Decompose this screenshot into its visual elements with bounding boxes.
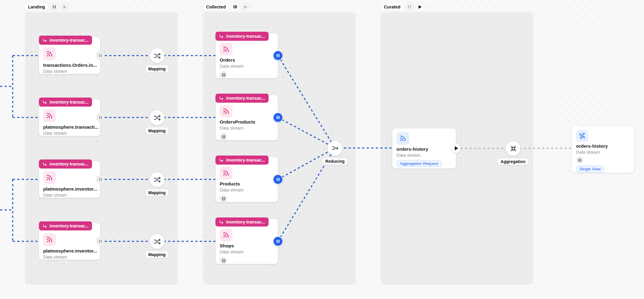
- merge-icon: [331, 144, 339, 152]
- card-title: platmosphere.transacti...: [43, 124, 96, 130]
- stream-card-ordersproducts[interactable]: inventory-transac... OrdersProducts Data…: [215, 95, 278, 140]
- pipeline-in-icon: [219, 158, 224, 162]
- stream-card-transactions-orders[interactable]: inventory-transac... transactions.Orders…: [39, 37, 100, 74]
- stream-icon: [397, 132, 409, 145]
- card-title: transactions.Orders.in...: [43, 63, 96, 68]
- database-icon: [220, 195, 227, 202]
- connector-tab: inventory-transac...: [215, 32, 269, 41]
- stream-running-pause-badge[interactable]: [273, 112, 283, 123]
- connector-tab: inventory-transac...: [215, 217, 269, 227]
- play-icon: [419, 5, 422, 9]
- graph-icon: [576, 130, 588, 142]
- pipeline-in-icon: [219, 220, 224, 224]
- stream-icon: [43, 47, 56, 60]
- collapse-icon: [509, 145, 517, 153]
- play-button-curated[interactable]: [416, 3, 424, 11]
- stream-play-badge[interactable]: [451, 143, 461, 153]
- stream-icon: [43, 171, 56, 184]
- lane-header-curated: Curated: [381, 3, 424, 11]
- stream-card-products[interactable]: inventory-transac... Products Data strea…: [215, 157, 278, 202]
- shuffle-icon: [153, 52, 161, 60]
- stream-paused-badge[interactable]: [96, 237, 105, 246]
- pause-button-curated[interactable]: [406, 3, 414, 11]
- transform-label-aggregation: Aggregation: [498, 158, 528, 165]
- lane-header-landing: Landing: [25, 3, 69, 11]
- play-button-collected[interactable]: [241, 3, 249, 11]
- transform-node-mapping-2[interactable]: [150, 110, 164, 125]
- card-subtitle: Data stream: [576, 150, 630, 155]
- stream-running-pause-badge[interactable]: [273, 174, 283, 185]
- play-icon: [63, 5, 66, 9]
- stream-card-platmosphere-inventory-1[interactable]: inventory-transac... platmosphere.invent…: [39, 161, 100, 198]
- transform-node-mapping-1[interactable]: [150, 48, 164, 63]
- connector-tab-label: inventory-transac...: [226, 158, 265, 162]
- pause-icon: [99, 178, 102, 181]
- connector-tab-label: inventory-transac...: [49, 100, 88, 104]
- card-subtitle: Data stream: [43, 69, 96, 74]
- pipeline-in-icon: [219, 34, 224, 39]
- stream-card-orders[interactable]: inventory-transac... Orders Data stream: [215, 33, 278, 78]
- pipeline-in-icon: [43, 162, 47, 166]
- card-subtitle: Data stream: [220, 249, 274, 254]
- transform-label-reducing: Reducing: [323, 158, 347, 165]
- transform-node-mapping-4[interactable]: [150, 234, 164, 249]
- pause-icon: [277, 240, 279, 243]
- pause-icon: [53, 5, 56, 8]
- shuffle-icon: [153, 238, 161, 246]
- stream-paused-badge[interactable]: [96, 113, 105, 122]
- pause-button-collected[interactable]: [231, 3, 239, 11]
- card-subtitle: Data stream: [43, 131, 96, 136]
- stream-card-orders-history-single-view[interactable]: orders-history Data stream Single View: [572, 126, 634, 173]
- stream-card-platmosphere-inventory-2[interactable]: inventory-transac... platmosphere.invent…: [39, 223, 100, 260]
- transform-node-reducing[interactable]: [328, 141, 343, 156]
- pause-icon: [277, 54, 279, 57]
- pause-button-landing[interactable]: [50, 3, 58, 11]
- card-title: Orders: [220, 57, 274, 63]
- lane-title-collected: Collected: [203, 3, 229, 11]
- connector-tab-label: inventory-transac...: [226, 34, 265, 39]
- stream-running-pause-badge[interactable]: [273, 50, 283, 61]
- lane-header-collected: Collected: [203, 3, 249, 11]
- stream-icon: [220, 167, 232, 179]
- stream-icon: [220, 43, 232, 56]
- card-subtitle: Data stream: [220, 64, 274, 69]
- stream-card-platmosphere-transactions[interactable]: inventory-transac... platmosphere.transa…: [39, 99, 100, 136]
- stream-paused-badge[interactable]: [96, 51, 105, 60]
- card-subtitle: Data stream: [43, 255, 96, 259]
- transform-label-mapping-4: Mapping: [145, 251, 168, 258]
- database-icon: [220, 133, 227, 140]
- pipeline-in-icon: [43, 100, 47, 104]
- transform-node-mapping-3[interactable]: [150, 172, 164, 187]
- connector-tab: inventory-transac...: [39, 159, 92, 169]
- pipeline-in-icon: [219, 96, 224, 101]
- pause-icon: [277, 178, 279, 181]
- play-button-landing[interactable]: [60, 3, 69, 11]
- card-subtitle: Data stream: [220, 126, 274, 130]
- pause-icon: [277, 116, 279, 119]
- pipeline-canvas: Landing Collected Curated inventory-tran…: [0, 0, 644, 299]
- card-title: OrdersProducts: [220, 119, 274, 125]
- database-icon: [220, 257, 227, 264]
- transform-node-aggregation[interactable]: [506, 141, 521, 156]
- card-title: Shops: [220, 243, 274, 249]
- stream-card-shops[interactable]: inventory-transac... Shops Data stream: [215, 219, 278, 264]
- connector-tab: inventory-transac...: [39, 98, 92, 107]
- card-title: platmosphere.inventor...: [43, 248, 96, 254]
- card-subtitle: Data stream: [43, 193, 96, 198]
- connector-tab: inventory-transac...: [215, 94, 269, 103]
- stream-paused-badge[interactable]: [96, 175, 105, 184]
- single-view-badge[interactable]: Single View: [576, 166, 604, 172]
- aggregation-request-badge[interactable]: Aggregation Request: [397, 160, 442, 167]
- database-icon: [576, 156, 583, 164]
- transform-label-mapping-1: Mapping: [145, 66, 168, 72]
- connector-tab: inventory-transac...: [39, 36, 92, 45]
- play-icon: [455, 146, 458, 150]
- stream-running-pause-badge[interactable]: [273, 236, 283, 246]
- card-title: platmosphere.inventor...: [43, 186, 96, 192]
- lane-title-curated: Curated: [381, 3, 403, 11]
- connector-tab-label: inventory-transac...: [49, 38, 88, 43]
- pause-icon: [99, 54, 102, 57]
- pipeline-in-icon: [43, 38, 47, 43]
- pipeline-in-icon: [43, 224, 47, 228]
- stream-card-orders-history-curated[interactable]: orders-history Data stream Aggregation R…: [392, 128, 456, 169]
